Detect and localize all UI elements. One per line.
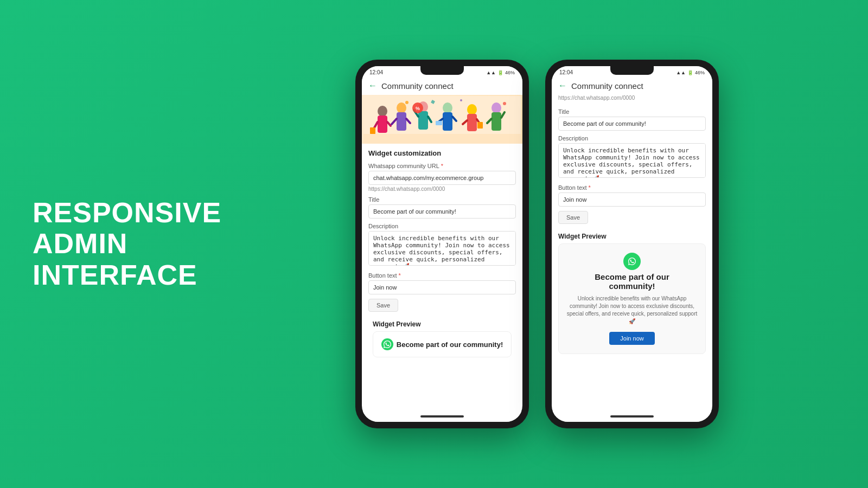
- svg-rect-21: [436, 121, 442, 125]
- url-required: *: [441, 163, 443, 169]
- back-button-1[interactable]: ←: [368, 81, 377, 91]
- title-field-group: Title: [368, 196, 516, 219]
- phone-2-bottom: [552, 411, 712, 422]
- signal-1: ▲▲: [486, 70, 496, 75]
- button-text-input-2[interactable]: [558, 192, 706, 207]
- widget-preview-title-1: Widget Preview: [373, 320, 512, 328]
- widget-preview-1: Widget Preview Become part of our commun…: [368, 316, 516, 362]
- svg-point-27: [492, 102, 501, 113]
- phone-2: 12:04 ▲▲ 🔋 46% ← Community connect https…: [545, 60, 719, 428]
- svg-point-7: [397, 102, 406, 113]
- join-button-2[interactable]: Join now: [609, 332, 654, 345]
- title-input-2[interactable]: [558, 117, 706, 131]
- screen-title-1: Community connect: [381, 81, 454, 91]
- svg-point-2: [378, 106, 387, 117]
- section-title-1: Widget customization: [368, 149, 516, 157]
- svg-rect-23: [467, 114, 477, 131]
- desc-label-2: Description: [558, 135, 706, 142]
- svg-point-32: [460, 99, 462, 101]
- svg-rect-26: [477, 122, 483, 129]
- time-2: 12:04: [559, 69, 573, 75]
- back-button-2[interactable]: ←: [558, 81, 567, 91]
- whatsapp-icon-2: [623, 253, 641, 270]
- url-input[interactable]: [368, 171, 516, 185]
- svg-rect-12: [418, 111, 428, 130]
- svg-rect-1: [363, 134, 521, 144]
- status-icons-1: ▲▲ 🔋 46%: [486, 70, 515, 75]
- url-hint-bar-2: https://chat.whatsapp.com/0000: [552, 95, 712, 103]
- top-bar-2: ← Community connect: [552, 76, 712, 95]
- svg-rect-6: [370, 127, 375, 134]
- svg-point-17: [443, 102, 452, 113]
- widget-desc-2: Unlock incredible benefits with our What…: [565, 295, 699, 325]
- svg-point-22: [467, 104, 477, 115]
- home-indicator-2: [610, 415, 654, 418]
- description-field-group-2: Description: [558, 135, 706, 180]
- url-field-group: Whatsapp community URL * https://chat.wh…: [368, 163, 516, 192]
- status-icons-2: ▲▲ 🔋 46%: [676, 70, 705, 75]
- title-label: Title: [368, 196, 516, 203]
- title-input[interactable]: [368, 204, 516, 219]
- btn-text-label: Button text *: [368, 272, 516, 279]
- svg-point-33: [503, 102, 506, 105]
- save-button-2[interactable]: Save: [558, 211, 588, 224]
- btn-required-2: *: [589, 184, 591, 191]
- screen-title-2: Community connect: [571, 81, 643, 91]
- whatsapp-icon-1: [381, 338, 393, 350]
- svg-rect-28: [492, 112, 501, 131]
- hero-image-1: %: [362, 95, 522, 144]
- notch-2: [610, 66, 654, 75]
- button-text-field-group: Button text *: [368, 272, 516, 294]
- battery-pct-2: 46%: [695, 70, 705, 75]
- btn-required: *: [399, 272, 401, 279]
- url-label: Whatsapp community URL *: [368, 163, 516, 169]
- widget-heading-2: Become part of our community!: [595, 253, 669, 291]
- battery-pct-1: 46%: [505, 70, 515, 75]
- page-background: RESPONSIVE ADMIN INTERFACE 12:04 ▲▲ 🔋 46…: [0, 0, 868, 488]
- widget-preview-2: Widget Preview Become p: [558, 233, 706, 354]
- phones-container: 12:04 ▲▲ 🔋 46% ← Community connect: [239, 60, 835, 428]
- svg-rect-18: [443, 112, 452, 131]
- description-field-group: Description: [368, 223, 516, 268]
- url-hint: https://chat.whatsapp.com/0000: [368, 186, 516, 192]
- widget-preview-box-2: Become part of our community! Unlock inc…: [558, 243, 706, 354]
- widget-heading-1: Become part of our community!: [381, 338, 503, 350]
- phone-1-inner: 12:04 ▲▲ 🔋 46% ← Community connect: [362, 66, 522, 422]
- battery-icon-1: 🔋: [497, 70, 503, 75]
- hero-svg-1: %: [363, 96, 521, 144]
- notch-1: [420, 66, 464, 75]
- svg-point-31: [405, 101, 409, 104]
- btn-text-label-2: Button text *: [558, 184, 706, 191]
- description-input-2[interactable]: [558, 143, 706, 178]
- phone-1-bottom: [362, 411, 522, 422]
- home-indicator-1: [420, 415, 464, 418]
- whatsapp-svg-1: [384, 341, 391, 348]
- time-1: 12:04: [369, 69, 383, 75]
- button-text-field-group-2: Button text *: [558, 184, 706, 207]
- button-text-input[interactable]: [368, 280, 516, 294]
- form-scroll-2[interactable]: Title Description Button text *: [552, 103, 712, 411]
- svg-rect-8: [397, 112, 406, 131]
- svg-rect-3: [378, 115, 387, 133]
- save-button-1[interactable]: Save: [368, 299, 398, 312]
- signal-2: ▲▲: [676, 70, 686, 75]
- phone-2-inner: 12:04 ▲▲ 🔋 46% ← Community connect https…: [552, 66, 712, 422]
- battery-icon-2: 🔋: [687, 70, 693, 75]
- widget-preview-title-2: Widget Preview: [558, 233, 706, 240]
- desc-label: Description: [368, 223, 516, 229]
- widget-heading-text-2: Become part of our community!: [595, 272, 669, 291]
- page-headline: RESPONSIVE ADMIN INTERFACE: [33, 197, 239, 291]
- svg-text:%: %: [416, 106, 420, 111]
- title-label-2: Title: [558, 108, 706, 115]
- title-field-group-2: Title: [558, 108, 706, 131]
- phone-1: 12:04 ▲▲ 🔋 46% ← Community connect: [355, 60, 529, 428]
- form-scroll-1[interactable]: Widget customization Whatsapp community …: [362, 144, 522, 411]
- whatsapp-svg-2: [628, 258, 636, 265]
- description-input[interactable]: [368, 231, 516, 266]
- top-bar-1: ← Community connect: [362, 76, 522, 95]
- widget-preview-box-1: Become part of our community!: [373, 331, 512, 357]
- left-text-block: RESPONSIVE ADMIN INTERFACE: [33, 197, 239, 291]
